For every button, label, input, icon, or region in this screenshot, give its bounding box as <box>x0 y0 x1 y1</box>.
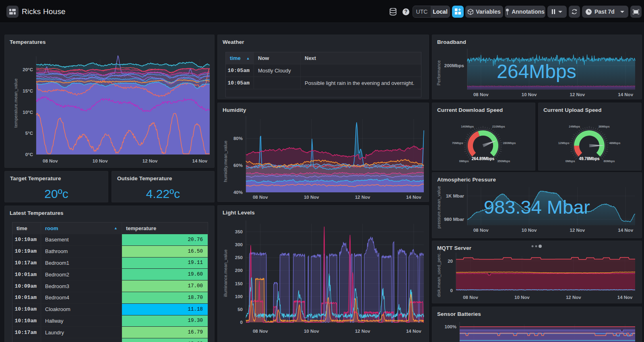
svg-text:100%: 100% <box>445 324 456 329</box>
svg-text:08 Nov: 08 Nov <box>463 295 478 300</box>
svg-text:12 Nov: 12 Nov <box>355 195 370 200</box>
svg-text:70Mbps: 70Mbps <box>452 141 463 145</box>
svg-text:60Mbps: 60Mbps <box>603 159 615 163</box>
svg-text:60%: 60% <box>233 163 243 168</box>
svg-text:10°C: 10°C <box>23 110 33 115</box>
svg-text:10 Nov: 10 Nov <box>93 159 108 163</box>
svg-text:10 Nov: 10 Nov <box>522 92 537 97</box>
svg-text:10 Nov: 10 Nov <box>522 228 537 233</box>
svg-text:12Mbps: 12Mbps <box>558 141 570 145</box>
svg-text:983.34 Mbar: 983.34 Mbar <box>484 196 590 218</box>
svg-text:08 Nov: 08 Nov <box>43 159 58 163</box>
svg-text:5°C: 5°C <box>25 131 33 136</box>
svg-text:08 Nov: 08 Nov <box>253 329 268 334</box>
svg-text:08 Nov: 08 Nov <box>473 92 489 97</box>
svg-text:250: 250 <box>235 255 243 260</box>
svg-text:150: 150 <box>235 281 243 286</box>
svg-text:50: 50 <box>237 307 243 312</box>
svg-text:0: 0 <box>240 320 243 325</box>
svg-text:280Mbps: 280Mbps <box>503 141 516 145</box>
svg-text:15°C: 15°C <box>23 89 33 93</box>
svg-text:49.78Mbps: 49.78Mbps <box>579 157 600 161</box>
svg-text:10 Nov: 10 Nov <box>514 295 530 300</box>
svg-text:0Mbps: 0Mbps <box>459 159 469 163</box>
svg-text:1K Mbar: 1K Mbar <box>446 194 464 198</box>
svg-text:20: 20 <box>448 259 453 264</box>
svg-text:48Mbps: 48Mbps <box>609 141 620 145</box>
svg-text:14 Nov: 14 Nov <box>406 195 421 200</box>
svg-text:12 Nov: 12 Nov <box>570 92 585 97</box>
svg-text:140Mbps: 140Mbps <box>461 125 474 128</box>
svg-text:14 Nov: 14 Nov <box>406 329 421 334</box>
svg-text:08 Nov: 08 Nov <box>253 195 268 200</box>
svg-text:980 Mbar: 980 Mbar <box>444 217 464 222</box>
svg-text:14 Nov: 14 Nov <box>617 295 633 300</box>
svg-text:0: 0 <box>450 288 453 293</box>
svg-text:12 Nov: 12 Nov <box>142 159 158 163</box>
svg-text:40%: 40% <box>233 190 243 195</box>
svg-text:10 Nov: 10 Nov <box>304 329 319 334</box>
svg-text:0Mbps: 0Mbps <box>566 159 575 163</box>
svg-text:14 Nov: 14 Nov <box>618 228 633 233</box>
svg-text:24Mbps: 24Mbps <box>569 125 580 128</box>
svg-text:80%: 80% <box>233 136 243 141</box>
svg-text:350Mbps: 350Mbps <box>497 159 510 163</box>
svg-text:14 Nov: 14 Nov <box>192 159 208 163</box>
svg-text:12 Nov: 12 Nov <box>355 329 370 334</box>
svg-text:264.89Mbps: 264.89Mbps <box>472 157 495 161</box>
svg-text:12 Nov: 12 Nov <box>566 295 581 300</box>
svg-text:20°C: 20°C <box>23 67 33 72</box>
svg-text:14 Nov: 14 Nov <box>618 92 633 97</box>
svg-text:12 Nov: 12 Nov <box>570 228 585 233</box>
svg-text:200Mbps: 200Mbps <box>444 63 464 68</box>
svg-text:10 Nov: 10 Nov <box>304 195 319 200</box>
svg-text:100: 100 <box>235 294 243 299</box>
svg-text:08 Nov: 08 Nov <box>473 228 489 233</box>
svg-text:300: 300 <box>235 242 243 247</box>
svg-text:264Mbps: 264Mbps <box>497 61 576 82</box>
svg-text:350: 350 <box>235 229 243 234</box>
svg-text:210Mbps: 210Mbps <box>492 125 505 128</box>
svg-text:36Mbps: 36Mbps <box>599 125 610 128</box>
svg-text:200: 200 <box>235 268 243 273</box>
svg-text:0°C: 0°C <box>25 152 33 157</box>
